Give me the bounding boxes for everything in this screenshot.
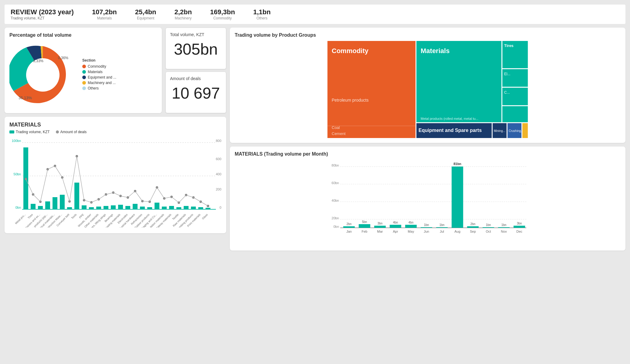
svg-text:Nov: Nov [501, 230, 507, 233]
header-title: REVIEW (2023 year) Trading volume, KZT [11, 8, 74, 20]
svg-text:Conveyer belt: Conveyer belt [56, 213, 70, 227]
svg-rect-61 [184, 206, 189, 209]
svg-text:Materials: Materials [421, 47, 450, 55]
svg-rect-156 [483, 227, 494, 228]
monthly-card: MATERIALS (Trading volume per Month) 80b… [230, 147, 625, 251]
svg-rect-33 [82, 205, 87, 209]
svg-text:Dec: Dec [516, 230, 523, 233]
commodity-label: Commodity [210, 16, 235, 20]
machinery-label: Machinery [175, 16, 192, 20]
svg-rect-132 [359, 224, 370, 228]
legend-others: Others [82, 86, 116, 90]
svg-text:1bn: 1bn [424, 223, 429, 227]
svg-text:4bn: 4bn [393, 221, 398, 224]
svg-rect-65 [198, 207, 203, 209]
svg-rect-35 [89, 207, 94, 209]
materials-title: MATERIALS [9, 122, 221, 128]
svg-rect-144 [421, 227, 432, 228]
legend-dot-others [82, 86, 86, 90]
svg-rect-43 [118, 205, 123, 209]
svg-text:100bn: 100bn [12, 139, 21, 143]
svg-text:Metal pro...: Metal pro... [15, 213, 26, 225]
svg-rect-45 [125, 206, 130, 209]
total-volume-box: Total volume, KZT 305bn [165, 28, 226, 69]
svg-rect-19 [31, 204, 36, 209]
svg-text:50bn: 50bn [14, 172, 21, 176]
svg-rect-47 [133, 204, 138, 209]
legend-dot-materials [82, 70, 86, 74]
legend-commodity: Commodity [82, 64, 116, 69]
svg-rect-25 [53, 197, 57, 209]
top-left-row: Percentage of total volume [5, 28, 226, 113]
svg-text:Tires: Tires [504, 43, 514, 48]
treemap-container: Commodity Petroleum products Coal Cement… [235, 41, 621, 138]
svg-rect-113 [502, 106, 528, 122]
svg-rect-49 [140, 207, 145, 209]
svg-text:800: 800 [216, 139, 221, 143]
legend-equipment: Equipment and ... [82, 75, 116, 79]
svg-rect-53 [155, 203, 159, 209]
left-column: Percentage of total volume [5, 28, 226, 251]
svg-text:Cement: Cement [332, 131, 346, 136]
svg-rect-23 [45, 201, 50, 209]
legend-gray-label: Amount of deals [60, 130, 87, 134]
svg-text:0bn: 0bn [333, 225, 339, 228]
svg-text:3bn: 3bn [377, 222, 383, 225]
svg-text:1bn: 1bn [501, 223, 506, 227]
svg-text:200: 200 [216, 187, 221, 191]
stats-card: Total volume, KZT 305bn Amount of deals … [165, 28, 226, 113]
svg-text:Tires: Tires [27, 213, 33, 219]
svg-rect-159 [498, 227, 510, 228]
svg-text:Sep: Sep [470, 230, 476, 233]
svg-rect-135 [374, 226, 386, 228]
treemap-card: Trading volume by Product Groups Commodi… [230, 28, 625, 143]
header-stat-commodity: 169,3bn Commodity [210, 8, 235, 20]
page-title: REVIEW (2023 year) [11, 8, 74, 16]
materials-label: Materials [92, 16, 117, 20]
legend-circle-gray [56, 130, 59, 133]
header-stat-materials: 107,2bn Materials [92, 8, 117, 20]
pie-chart: 8,33% 0,36% 35,13% 55,48% [9, 42, 76, 108]
others-label: Others [253, 16, 271, 20]
svg-rect-67 [206, 208, 210, 209]
svg-text:2bn: 2bn [470, 222, 475, 226]
svg-rect-39 [104, 206, 108, 209]
deals-label: Amount of deals [170, 76, 222, 81]
svg-text:81bn: 81bn [454, 162, 461, 166]
svg-rect-55 [162, 207, 167, 209]
treemap-title: Trading volume by Product Groups [235, 32, 621, 38]
svg-rect-27 [60, 195, 65, 209]
legend-gray: Amount of deals [56, 130, 87, 134]
svg-rect-150 [452, 167, 463, 228]
svg-text:Mar: Mar [377, 230, 383, 233]
header: REVIEW (2023 year) Trading volume, KZT 1… [5, 5, 625, 24]
svg-text:Jan: Jan [346, 230, 352, 233]
materials-card: MATERIALS Trading volume, KZT Amount of … [5, 117, 226, 233]
main-grid: Percentage of total volume [5, 28, 625, 251]
materials-bar-chart: 100bn 50bn 0bn 800 600 400 200 0 [9, 136, 221, 228]
svg-text:1bn: 1bn [439, 223, 444, 227]
svg-text:400: 400 [216, 172, 221, 176]
legend-label-materials: Materials [88, 70, 103, 74]
commodity-value: 169,3bn [210, 8, 235, 16]
svg-rect-141 [405, 225, 417, 228]
svg-text:C...: C... [504, 90, 510, 95]
svg-text:600: 600 [216, 157, 221, 161]
svg-text:Jun: Jun [424, 230, 429, 233]
legend-dot-machinery [82, 81, 86, 85]
svg-rect-95 [328, 41, 416, 138]
svg-text:El...: El... [504, 72, 511, 76]
svg-text:1bn: 1bn [486, 223, 491, 227]
legend-materials: Materials [82, 70, 116, 74]
svg-rect-29 [67, 207, 72, 209]
header-stat-others: 1,1bn Others [253, 8, 271, 20]
svg-text:0,36%: 0,36% [58, 56, 68, 60]
legend-bar-teal [9, 130, 14, 133]
svg-rect-31 [74, 183, 79, 209]
svg-text:35,13%: 35,13% [19, 96, 32, 100]
legend-machinery: Machinery and ... [82, 81, 116, 85]
equipment-label: Equipment [135, 16, 156, 20]
svg-rect-138 [390, 225, 401, 228]
svg-rect-162 [514, 226, 525, 228]
svg-point-0 [26, 58, 60, 92]
